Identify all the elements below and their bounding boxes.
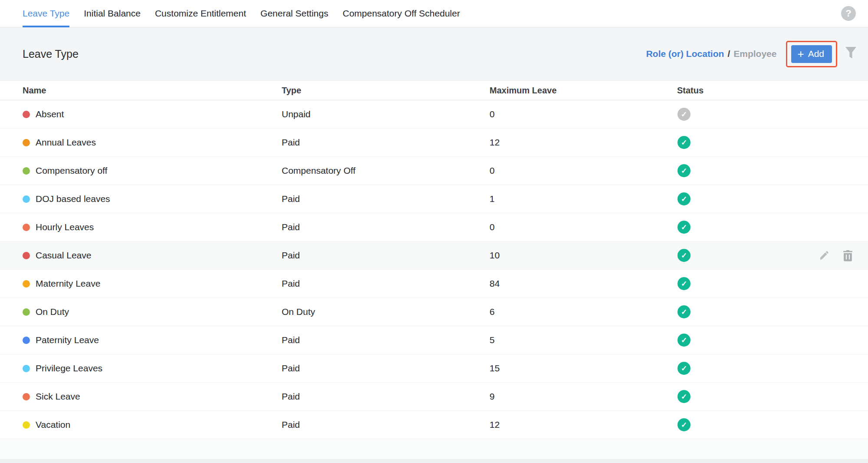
role-or-location-link[interactable]: Role (or) Location bbox=[646, 49, 724, 59]
tab-customize-entitlement[interactable]: Customize Entitlement bbox=[155, 0, 246, 27]
leave-type-value: Unpaid bbox=[282, 109, 490, 119]
table-row-privilege-leaves[interactable]: Privilege Leaves Paid 15 ✓ bbox=[0, 354, 868, 383]
tab-leave-type[interactable]: Leave Type bbox=[23, 0, 69, 27]
plus-icon: + bbox=[797, 50, 804, 58]
funnel-icon-glyph bbox=[845, 46, 857, 61]
trash-glyph bbox=[843, 250, 853, 261]
tab-compensatory-off-scheduler[interactable]: Compensatory Off Scheduler bbox=[342, 0, 460, 27]
leave-name: Compensatory off bbox=[36, 165, 107, 176]
table-row-casual-leave[interactable]: Casual Leave Paid 10 ✓ bbox=[0, 241, 868, 270]
leave-color-dot bbox=[23, 167, 30, 175]
status-check-icon-inactive[interactable]: ✓ bbox=[677, 108, 690, 121]
table-header-row: Name Type Maximum Leave Status bbox=[0, 81, 868, 100]
maximum-leave-value: 12 bbox=[490, 420, 677, 430]
leave-type-value: Paid bbox=[282, 363, 490, 374]
column-header-status: Status bbox=[677, 86, 868, 96]
filter-icon[interactable] bbox=[845, 46, 857, 61]
maximum-leave-value: 5 bbox=[490, 335, 677, 345]
leave-color-dot bbox=[23, 111, 30, 118]
status-check-icon-active[interactable]: ✓ bbox=[677, 249, 690, 262]
add-button[interactable]: + Add bbox=[791, 45, 832, 63]
leave-type-value: Paid bbox=[282, 391, 490, 402]
edit-pencil-icon[interactable] bbox=[819, 250, 830, 261]
leave-name: Sick Leave bbox=[36, 391, 80, 402]
leave-name: Absent bbox=[36, 109, 64, 119]
leave-type-value: Compensatory Off bbox=[282, 165, 490, 176]
maximum-leave-value: 9 bbox=[490, 391, 677, 402]
status-check-icon-active[interactable]: ✓ bbox=[677, 390, 690, 403]
leave-color-dot bbox=[23, 224, 30, 231]
status-check-icon-active[interactable]: ✓ bbox=[677, 164, 690, 177]
maximum-leave-value: 15 bbox=[490, 363, 677, 374]
maximum-leave-value: 1 bbox=[490, 194, 677, 204]
leave-type-value: Paid bbox=[282, 278, 490, 289]
table-row-annual-leaves[interactable]: Annual Leaves Paid 12 ✓ bbox=[0, 129, 868, 157]
leave-name: Vacation bbox=[36, 420, 70, 430]
leave-color-dot bbox=[23, 280, 30, 288]
status-check-icon-active[interactable]: ✓ bbox=[677, 305, 690, 318]
leave-name: Maternity Leave bbox=[36, 278, 100, 289]
leave-name: Annual Leaves bbox=[36, 137, 96, 148]
page-title: Leave Type bbox=[23, 48, 79, 60]
leave-color-dot bbox=[23, 308, 30, 316]
maximum-leave-value: 0 bbox=[490, 165, 677, 176]
maximum-leave-value: 0 bbox=[490, 109, 677, 119]
leave-name: Casual Leave bbox=[36, 250, 91, 261]
add-button-label: Add bbox=[808, 49, 824, 59]
table-row-sick-leave[interactable]: Sick Leave Paid 9 ✓ bbox=[0, 383, 868, 411]
leave-color-dot bbox=[23, 421, 30, 429]
pencil-glyph bbox=[819, 250, 830, 261]
table-row-hourly-leaves[interactable]: Hourly Leaves Paid 0 ✓ bbox=[0, 213, 868, 241]
maximum-leave-value: 84 bbox=[490, 278, 677, 289]
status-check-icon-active[interactable]: ✓ bbox=[677, 136, 690, 149]
employee-link[interactable]: Employee bbox=[733, 49, 776, 59]
leave-type-value: Paid bbox=[282, 250, 490, 261]
table-row-paternity-leave[interactable]: Paternity Leave Paid 5 ✓ bbox=[0, 326, 868, 354]
leave-type-value: Paid bbox=[282, 194, 490, 204]
leave-color-dot bbox=[23, 139, 30, 146]
settings-tab-bar: Leave TypeInitial BalanceCustomize Entit… bbox=[0, 0, 868, 27]
leave-color-dot bbox=[23, 252, 30, 259]
maximum-leave-value: 10 bbox=[490, 250, 677, 261]
table-row-vacation[interactable]: Vacation Paid 12 ✓ bbox=[0, 411, 868, 439]
table-row-absent[interactable]: Absent Unpaid 0 ✓ bbox=[0, 100, 868, 129]
maximum-leave-value: 12 bbox=[490, 137, 677, 148]
status-check-icon-active[interactable]: ✓ bbox=[677, 418, 690, 431]
status-check-icon-active[interactable]: ✓ bbox=[677, 192, 690, 205]
footer-spacer bbox=[0, 439, 868, 463]
status-check-icon-active[interactable]: ✓ bbox=[677, 277, 690, 290]
table-row-compensatory-off[interactable]: Compensatory off Compensatory Off 0 ✓ bbox=[0, 157, 868, 185]
leave-type-value: Paid bbox=[282, 137, 490, 148]
status-check-icon-active[interactable]: ✓ bbox=[677, 221, 690, 234]
link-separator: / bbox=[727, 49, 730, 59]
leave-name: Hourly Leaves bbox=[36, 222, 94, 232]
table-row-on-duty[interactable]: On Duty On Duty 6 ✓ bbox=[0, 298, 868, 326]
column-header-maximum-leave: Maximum Leave bbox=[490, 86, 677, 96]
leave-color-dot bbox=[23, 393, 30, 400]
bottom-edge-strip bbox=[0, 459, 868, 463]
page-header: Leave Type Role (or) Location / Employee… bbox=[0, 27, 868, 81]
table-row-maternity-leave[interactable]: Maternity Leave Paid 84 ✓ bbox=[0, 270, 868, 298]
leave-type-value: Paid bbox=[282, 335, 490, 345]
maximum-leave-value: 6 bbox=[490, 307, 677, 317]
column-header-type: Type bbox=[282, 86, 490, 96]
tab-initial-balance[interactable]: Initial Balance bbox=[84, 0, 141, 27]
leave-color-dot bbox=[23, 195, 30, 203]
leave-name: Paternity Leave bbox=[36, 335, 99, 345]
tab-list: Leave TypeInitial BalanceCustomize Entit… bbox=[23, 0, 474, 27]
help-glyph: ? bbox=[845, 8, 851, 19]
table-row-doj-based-leaves[interactable]: DOJ based leaves Paid 1 ✓ bbox=[0, 185, 868, 213]
help-icon[interactable]: ? bbox=[841, 6, 856, 21]
add-button-highlight-outline: + Add bbox=[786, 41, 837, 67]
leave-color-dot bbox=[23, 365, 30, 372]
leave-type-value: Paid bbox=[282, 420, 490, 430]
leave-color-dot bbox=[23, 337, 30, 344]
delete-trash-icon[interactable] bbox=[843, 250, 853, 261]
tab-general-settings[interactable]: General Settings bbox=[260, 0, 328, 27]
leave-name: DOJ based leaves bbox=[36, 194, 110, 204]
leave-type-value: Paid bbox=[282, 222, 490, 232]
status-check-icon-active[interactable]: ✓ bbox=[677, 362, 690, 375]
leave-type-table-body: Absent Unpaid 0 ✓ Annual Leaves Paid 12 … bbox=[0, 100, 868, 439]
leave-name: On Duty bbox=[36, 307, 69, 317]
status-check-icon-active[interactable]: ✓ bbox=[677, 334, 690, 347]
